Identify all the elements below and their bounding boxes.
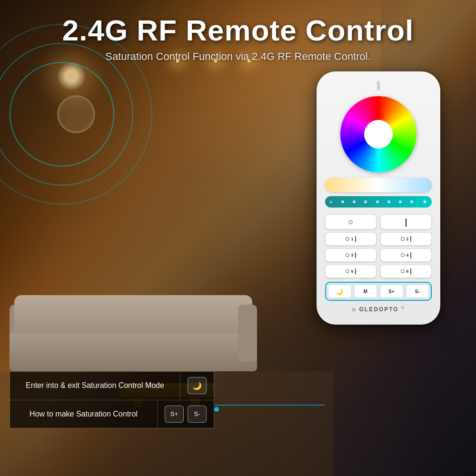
zone-3-button[interactable]: 3 xyxy=(325,248,377,262)
zone-1-button[interactable]: 1 xyxy=(325,232,377,246)
remote-container: ✳ ☀ ○ | xyxy=(309,71,447,325)
power-line-icon: | xyxy=(405,217,407,227)
mode-label: M xyxy=(364,289,367,294)
info-s-plus-button[interactable]: S+ xyxy=(165,406,184,423)
zone-5-button[interactable]: 5 xyxy=(325,265,377,278)
brightness-dot-5 xyxy=(387,200,390,203)
s-minus-label: S- xyxy=(415,289,420,294)
color-temp-bar[interactable] xyxy=(325,178,432,192)
info-moon-icon: 🌙 xyxy=(192,381,202,390)
info-box: Enter into & exit Saturation Control Mod… xyxy=(10,371,214,428)
sofa-seat xyxy=(10,333,257,371)
zone-4-button[interactable]: 4 xyxy=(380,248,432,262)
brightness-dot-1 xyxy=(341,200,344,203)
saturation-plus-button[interactable]: S+ xyxy=(380,285,403,298)
zone-1-line-icon xyxy=(355,236,356,242)
zone-6-button[interactable]: 6 xyxy=(380,265,432,278)
connector-dot xyxy=(214,407,219,412)
remote-notch xyxy=(377,81,380,90)
zone-5-circle-icon xyxy=(346,269,349,273)
s-plus-label: S+ xyxy=(388,289,395,294)
info-row-1: Enter into & exit Saturation Control Mod… xyxy=(10,372,214,400)
zone-1-circle-icon xyxy=(346,237,349,241)
info-text-2: How to make Saturation Control xyxy=(10,400,158,428)
brightness-bar[interactable]: ✳ ☀ xyxy=(325,196,432,208)
power-row: ○ | xyxy=(325,214,432,229)
info-icons-1: 🌙 xyxy=(180,372,214,399)
color-wheel-container xyxy=(325,96,432,172)
glow-rings xyxy=(0,24,152,205)
zone-6-line-icon xyxy=(410,268,411,274)
sofa-arm-right xyxy=(238,305,257,362)
power-on-button[interactable]: ○ xyxy=(325,214,377,229)
zone-6-circle-icon xyxy=(401,269,405,273)
info-icons-2: S+ S- xyxy=(158,400,214,428)
zone-2-button[interactable]: 2 xyxy=(380,232,432,246)
saturation-minus-button[interactable]: S- xyxy=(406,285,429,298)
power-off-button[interactable]: | xyxy=(380,214,432,229)
brightness-dot-3 xyxy=(364,200,367,203)
info-moon-button[interactable]: 🌙 xyxy=(188,377,207,394)
moon-icon: 🌙 xyxy=(336,288,343,295)
color-wheel[interactable] xyxy=(340,96,416,172)
remote-buttons: ○ | 1 2 xyxy=(325,214,432,301)
brightness-icon-left: ✳ xyxy=(329,199,333,205)
zone-3-line-icon xyxy=(355,252,356,258)
connector-line xyxy=(215,405,325,406)
info-row-2: How to make Saturation Control S+ S- xyxy=(10,400,214,428)
info-s-minus-label: S- xyxy=(194,410,200,417)
brand-name: GLEDOPTO xyxy=(359,306,398,313)
zone-5-line-icon xyxy=(355,268,356,274)
info-text-1: Enter into & exit Saturation Control Mod… xyxy=(10,372,180,399)
zone-row-1: 1 2 xyxy=(325,232,432,246)
mode-button[interactable]: M xyxy=(354,285,377,298)
zone-2-line-icon xyxy=(410,236,411,242)
zone-4-circle-icon xyxy=(401,253,405,257)
brightness-dot-7 xyxy=(410,200,413,203)
moon-button[interactable]: 🌙 xyxy=(328,285,351,298)
info-s-plus-label: S+ xyxy=(170,410,178,417)
zone-row-3: 5 6 xyxy=(325,265,432,278)
power-ring-icon: ○ xyxy=(348,217,354,227)
zone-4-line-icon xyxy=(410,252,411,258)
brand-logo: ⊙ GLEDOPTO ® xyxy=(325,306,432,313)
brightness-icon-right: ☀ xyxy=(422,198,428,206)
brightness-dot-6 xyxy=(399,200,402,203)
zone-2-circle-icon xyxy=(401,237,405,241)
brightness-dot-4 xyxy=(376,200,379,203)
info-s-minus-button[interactable]: S- xyxy=(188,406,207,423)
glow-ring-3 xyxy=(10,62,114,167)
zone-row-2: 3 4 xyxy=(325,248,432,262)
bottom-control-row: 🌙 M S+ S- xyxy=(325,282,432,301)
remote-body: ✳ ☀ ○ | xyxy=(317,71,440,325)
brightness-dot-2 xyxy=(353,200,356,203)
zone-3-circle-icon xyxy=(346,253,349,257)
color-wheel-center xyxy=(364,120,393,149)
